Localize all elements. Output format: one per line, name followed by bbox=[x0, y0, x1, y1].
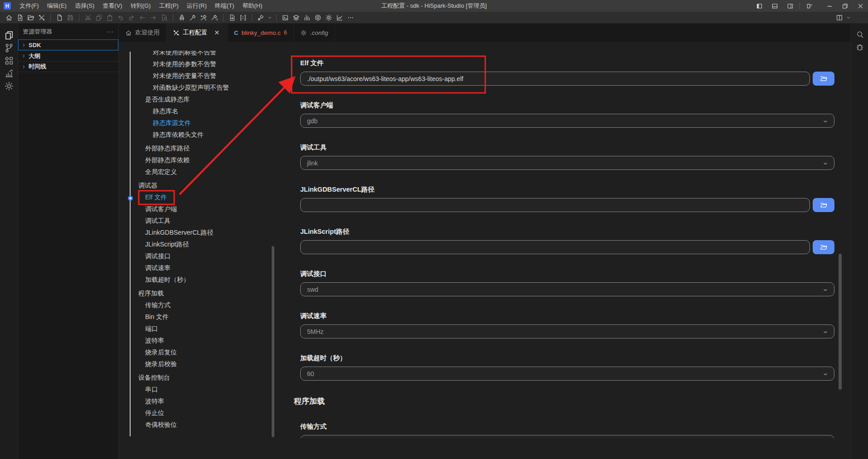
minimize-button[interactable] bbox=[822, 0, 837, 12]
tree-item-调试工具[interactable]: 调试工具 bbox=[119, 215, 275, 227]
build-button[interactable] bbox=[187, 13, 198, 23]
tab-.config[interactable]: .config bbox=[294, 24, 335, 42]
tree-item-JLinkScript路径[interactable]: JLinkScript路径 bbox=[119, 238, 275, 250]
browse-file-button[interactable] bbox=[813, 198, 834, 212]
terminal-button[interactable] bbox=[280, 13, 291, 23]
select-input[interactable]: swd bbox=[300, 282, 834, 296]
layout-sidebar-right-button[interactable] bbox=[782, 0, 798, 12]
layout-sidebar-left-button[interactable] bbox=[751, 0, 767, 12]
activity-performance-chart[interactable] bbox=[2, 67, 16, 80]
tree-item-程序加载[interactable]: 程序加载 bbox=[119, 287, 275, 299]
program-download-button[interactable] bbox=[227, 13, 238, 23]
select-input[interactable]: jlink bbox=[300, 156, 834, 170]
rebuild-button[interactable] bbox=[198, 13, 209, 23]
layout-customize-button[interactable] bbox=[802, 0, 817, 12]
tree-item-调试速率[interactable]: 调试速率 bbox=[119, 262, 275, 274]
select-input[interactable]: 5MHz bbox=[300, 324, 834, 338]
device-monitor-button[interactable] bbox=[312, 13, 323, 23]
tree-scrollbar[interactable] bbox=[272, 246, 274, 437]
tree-item-外部静态库依赖[interactable]: 外部静态库依赖 bbox=[119, 154, 275, 166]
tree-item-外部静态库路径[interactable]: 外部静态库路径 bbox=[119, 142, 275, 154]
clean-button[interactable] bbox=[176, 13, 187, 23]
activity-source-control[interactable] bbox=[2, 42, 16, 54]
close-button[interactable] bbox=[853, 0, 868, 12]
tab-blinky_demo.c[interactable]: Cblinky_demo.c6 bbox=[228, 24, 294, 42]
chevron-down-button[interactable] bbox=[266, 13, 273, 23]
more-button[interactable] bbox=[345, 13, 356, 23]
activity-explorer[interactable] bbox=[2, 29, 16, 42]
menu-选择S[interactable]: 选择(S) bbox=[71, 0, 98, 12]
browse-file-button[interactable] bbox=[813, 240, 834, 254]
select-input[interactable]: 60 bbox=[300, 367, 834, 381]
tree-item-烧录后复位[interactable]: 烧录后复位 bbox=[119, 346, 275, 358]
tree-item-是否生成静态库[interactable]: 是否生成静态库 bbox=[119, 93, 275, 105]
menu-终端T[interactable]: 终端(T) bbox=[211, 0, 239, 12]
tree-item-对未使用的标签不告警[interactable]: 对未使用的标签不告警 bbox=[119, 51, 275, 58]
menu-转到G[interactable]: 转到(G) bbox=[127, 0, 155, 12]
activity-search[interactable] bbox=[853, 28, 867, 41]
tree-item-JLinkGDBServerCL路径[interactable]: JLinkGDBServerCL路径 bbox=[119, 227, 275, 238]
settings-gear-button[interactable] bbox=[323, 13, 334, 23]
tree-item-静态库依赖头文件[interactable]: 静态库依赖头文件 bbox=[119, 129, 275, 140]
tab-close-icon[interactable]: ✕ bbox=[213, 29, 221, 37]
new-file-button[interactable] bbox=[54, 13, 65, 23]
path-input[interactable] bbox=[300, 240, 810, 254]
form-scrollbar[interactable] bbox=[839, 254, 842, 390]
sidebar-section-大纲[interactable]: 大纲 bbox=[18, 50, 118, 61]
menu-文件F[interactable]: 文件(F) bbox=[15, 0, 43, 12]
menu-编辑E[interactable]: 编辑(E) bbox=[43, 0, 71, 12]
browse-file-button[interactable] bbox=[813, 72, 834, 86]
debug-config-button[interactable] bbox=[255, 13, 266, 23]
tree-item-调试接口[interactable]: 调试接口 bbox=[119, 250, 275, 262]
tree-item-Bin 文件[interactable]: Bin 文件 bbox=[119, 311, 275, 323]
sidebar-section-SDK[interactable]: SDK bbox=[18, 39, 118, 50]
tab-欢迎使用[interactable]: 欢迎使用 bbox=[119, 24, 166, 42]
select-input[interactable]: serial bbox=[300, 435, 834, 438]
menu-运行R[interactable]: 运行(R) bbox=[183, 0, 211, 12]
open-project-button[interactable] bbox=[25, 13, 36, 23]
split-editor-button[interactable] bbox=[834, 13, 845, 23]
tab-工程配置[interactable]: 工程配置✕ bbox=[166, 24, 228, 42]
activity-settings-gear[interactable] bbox=[2, 80, 16, 92]
tree-item-调试器[interactable]: 调试器 bbox=[119, 179, 275, 191]
tree-item-波特率[interactable]: 波特率 bbox=[119, 395, 275, 407]
path-input[interactable]: ./output/ws63/acore/ws63-liteos-app/ws63… bbox=[300, 72, 810, 86]
path-input[interactable] bbox=[300, 198, 810, 212]
menu-查看V[interactable]: 查看(V) bbox=[98, 0, 126, 12]
tree-item-奇偶校验位[interactable]: 奇偶校验位 bbox=[119, 419, 275, 430]
build-settings-button[interactable] bbox=[209, 13, 220, 23]
tree-item-烧录后校验[interactable]: 烧录后校验 bbox=[119, 358, 275, 370]
tree-item-端口[interactable]: 端口 bbox=[119, 323, 275, 334]
tree-item-对未使用的参数不告警[interactable]: 对未使用的参数不告警 bbox=[119, 58, 275, 70]
tree-item-传输方式[interactable]: 传输方式 bbox=[119, 299, 275, 311]
new-project-button[interactable] bbox=[15, 13, 25, 23]
sidebar-section-时间线[interactable]: 时间线 bbox=[18, 61, 118, 72]
menu-帮助H[interactable]: 帮助(H) bbox=[238, 0, 266, 12]
tree-item-波特率[interactable]: 波特率 bbox=[119, 334, 275, 346]
tree-item-停止位[interactable]: 停止位 bbox=[119, 407, 275, 419]
activity-extensions[interactable] bbox=[2, 54, 16, 67]
restore-button[interactable] bbox=[837, 0, 853, 12]
tree-item-对函数缺少原型声明不告警[interactable]: 对函数缺少原型声明不告警 bbox=[119, 82, 275, 93]
tree-item-对未使用的变量不告警[interactable]: 对未使用的变量不告警 bbox=[119, 70, 275, 82]
menu-工程P[interactable]: 工程(P) bbox=[155, 0, 182, 12]
tree-item-调试客户端[interactable]: 调试客户端 bbox=[119, 203, 275, 215]
tree-item-加载超时（秒）[interactable]: 加载超时（秒） bbox=[119, 274, 275, 285]
select-input[interactable]: gdb bbox=[300, 114, 834, 128]
home-button[interactable] bbox=[4, 13, 15, 23]
more-actions-icon[interactable]: ··· bbox=[107, 28, 114, 35]
tree-item-静态库名[interactable]: 静态库名 bbox=[119, 105, 275, 117]
line-chart-button[interactable] bbox=[334, 13, 345, 23]
layout-panel-button[interactable] bbox=[767, 0, 782, 12]
tree-item-串口[interactable]: 串口 bbox=[119, 383, 275, 395]
tree-item-全局宏定义[interactable]: 全局宏定义 bbox=[119, 166, 275, 178]
tree-item-设备控制台[interactable]: 设备控制台 bbox=[119, 372, 275, 383]
stack-button[interactable] bbox=[291, 13, 302, 23]
bar-chart-button[interactable] bbox=[302, 13, 312, 23]
chevron-down-button[interactable] bbox=[845, 13, 852, 23]
activity-debug-bug[interactable] bbox=[853, 41, 867, 53]
memory-view-button[interactable] bbox=[238, 13, 249, 23]
tree-item-Elf 文件[interactable]: Elf 文件 bbox=[119, 191, 275, 203]
tree-item-静态库源文件[interactable]: 静态库源文件 bbox=[119, 117, 275, 129]
tools-button[interactable] bbox=[36, 13, 47, 23]
